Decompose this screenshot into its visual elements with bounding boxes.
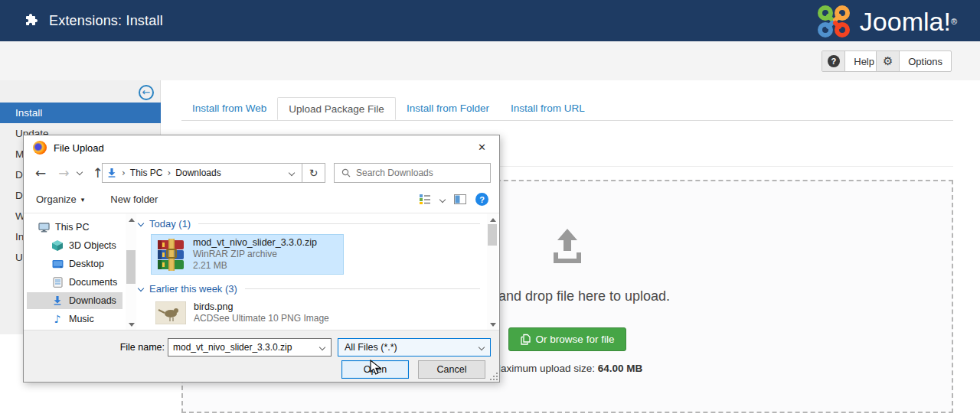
dialog-toolbar: Organize ▾ New folder ? xyxy=(24,186,499,213)
open-button[interactable]: Open xyxy=(341,360,409,379)
back-icon[interactable]: ← xyxy=(35,167,46,180)
breadcrumb-separator: › xyxy=(168,168,172,178)
file-upload-dialog: File Upload ✕ ← → ↑ › This PC › Download… xyxy=(23,135,500,383)
tab-upload-package-file[interactable]: Upload Package File xyxy=(277,97,396,120)
dialog-body: This PC 3D Objects Desktop Documents Dow… xyxy=(24,213,499,331)
gear-icon: ⚙ xyxy=(877,51,900,71)
search-input[interactable] xyxy=(356,168,471,178)
scroll-down-icon[interactable] xyxy=(490,323,496,328)
tree-item-desktop[interactable]: Desktop xyxy=(27,256,122,272)
install-tabs: Install from Web Upload Package File Ins… xyxy=(181,97,953,121)
file-icon xyxy=(521,334,531,345)
dialog-footer: File name: All Files (*.*) Open Cancel xyxy=(24,330,499,382)
scroll-up-icon[interactable] xyxy=(129,217,135,222)
resize-grip[interactable] xyxy=(493,376,495,377)
download-arrow-icon xyxy=(51,295,64,307)
refresh-button[interactable]: ↻ xyxy=(302,163,325,183)
options-button[interactable]: ⚙ Options xyxy=(876,50,952,72)
joomla-logo-text: Joomla! xyxy=(860,7,951,37)
group-header-earlier-this-week[interactable]: Earlier this week (3) xyxy=(137,283,488,295)
organize-dropdown-icon: ▾ xyxy=(81,196,85,203)
new-folder-button[interactable]: New folder xyxy=(110,194,158,205)
joomla-logo: Joomla!® xyxy=(814,4,957,39)
tree-item-3d-objects[interactable]: 3D Objects xyxy=(27,237,122,254)
group-collapse-icon xyxy=(138,285,144,291)
winrar-zip-icon xyxy=(156,239,185,271)
search-box[interactable] xyxy=(334,163,491,183)
tree-item-this-pc[interactable]: This PC xyxy=(27,219,122,236)
image-thumbnail xyxy=(155,301,186,324)
toolbar-strip: ? Help ⚙ Options xyxy=(0,41,980,80)
cancel-button[interactable]: Cancel xyxy=(418,360,485,379)
address-bar[interactable]: › This PC › Downloads xyxy=(102,163,302,183)
file-name: birds.png xyxy=(194,301,329,313)
combo-dropdown-icon xyxy=(479,344,485,350)
collapse-sidebar-icon[interactable]: ← xyxy=(139,85,154,100)
file-name-combobox[interactable] xyxy=(168,338,332,357)
breadcrumb-this-pc[interactable]: This PC xyxy=(130,168,163,178)
file-name-input[interactable] xyxy=(173,342,311,353)
upload-icon xyxy=(546,227,589,267)
organize-button[interactable]: Organize ▾ xyxy=(36,194,84,205)
breadcrumb-downloads[interactable]: Downloads xyxy=(175,168,220,178)
close-icon[interactable]: ✕ xyxy=(465,135,499,159)
desktop-icon xyxy=(51,258,64,270)
breadcrumb-separator: › xyxy=(122,168,126,178)
tree-item-documents[interactable]: Documents xyxy=(27,274,122,291)
file-list: Today (1) mod_vt_nivo_slider_3.3.0.zip W… xyxy=(137,213,488,331)
cube-icon xyxy=(51,239,64,252)
file-name: mod_vt_nivo_slider_3.3.0.zip xyxy=(193,237,317,249)
file-row-zip[interactable]: mod_vt_nivo_slider_3.3.0.zip WinRAR ZIP … xyxy=(151,234,344,275)
tab-install-from-url[interactable]: Install from URL xyxy=(500,97,596,120)
max-upload-size: Maximum upload size: 64.00 MB xyxy=(492,363,643,374)
dialog-nav-row: ← → ↑ › This PC › Downloads ↻ xyxy=(24,160,499,186)
tree-scroll-thumb[interactable] xyxy=(126,250,136,284)
list-scroll-thumb[interactable] xyxy=(488,224,497,246)
tree-scrollbar[interactable] xyxy=(126,213,136,331)
preview-pane-icon[interactable] xyxy=(454,194,466,204)
sidebar-item-install[interactable]: Install xyxy=(0,103,161,123)
file-type: ACDSee Ultimate 10 PNG Image xyxy=(194,313,329,324)
computer-icon xyxy=(38,221,50,233)
dialog-title: File Upload xyxy=(54,142,104,154)
dialog-help-icon[interactable]: ? xyxy=(475,193,488,206)
tree-item-downloads[interactable]: Downloads xyxy=(27,292,122,309)
tab-install-from-folder[interactable]: Install from Folder xyxy=(396,97,500,120)
tab-install-from-web[interactable]: Install from Web xyxy=(181,97,277,120)
file-row-birds[interactable]: birds.png ACDSee Ultimate 10 PNG Image xyxy=(151,299,344,327)
view-mode-icon[interactable] xyxy=(420,194,431,204)
browse-for-file-button[interactable]: Or browse for file xyxy=(508,327,627,351)
joomla-logo-reg: ® xyxy=(951,17,957,26)
downloads-folder-icon xyxy=(106,168,117,178)
help-button[interactable]: ? Help xyxy=(822,50,884,72)
music-note-icon: ♪ xyxy=(51,313,64,325)
scroll-down-icon[interactable] xyxy=(129,323,135,328)
group-collapse-icon xyxy=(138,220,144,226)
dialog-titlebar[interactable]: File Upload ✕ xyxy=(24,135,499,160)
file-size: 2.21 MB xyxy=(193,260,317,272)
address-dropdown-icon[interactable] xyxy=(289,170,295,176)
folder-tree: This PC 3D Objects Desktop Documents Dow… xyxy=(24,213,126,331)
group-header-today[interactable]: Today (1) xyxy=(137,218,488,230)
file-type: WinRAR ZIP archive xyxy=(193,249,317,260)
combo-dropdown-icon[interactable] xyxy=(319,344,325,350)
help-icon: ? xyxy=(822,51,845,71)
file-name-label: File name: xyxy=(117,342,165,353)
search-icon xyxy=(341,168,351,177)
page-title: Extensions: Install xyxy=(49,13,163,29)
max-upload-size-value: 64.00 MB xyxy=(598,363,643,374)
joomla-logo-icon xyxy=(814,4,854,39)
file-list-scrollbar[interactable] xyxy=(487,213,498,331)
forward-icon[interactable]: → xyxy=(58,167,69,180)
recent-locations-icon[interactable] xyxy=(76,169,82,175)
tree-item-music[interactable]: ♪ Music xyxy=(27,311,122,327)
view-mode-dropdown-icon[interactable] xyxy=(439,196,446,202)
admin-header: Extensions: Install Joomla!® xyxy=(0,0,980,41)
file-type-select[interactable]: All Files (*.*) xyxy=(338,338,491,357)
document-icon xyxy=(51,276,64,288)
puzzle-icon xyxy=(23,11,41,30)
firefox-icon xyxy=(33,141,47,155)
scroll-up-icon[interactable] xyxy=(490,217,496,222)
